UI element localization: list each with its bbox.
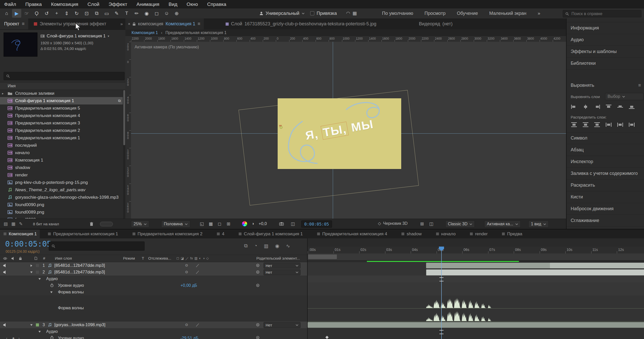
parent-dropdown[interactable]: Нет	[264, 263, 300, 269]
menu-item[interactable]: Слой	[87, 2, 99, 7]
workspace-tab[interactable]: Обучение	[457, 11, 478, 16]
timeline-graph-area[interactable]: :00s01s02s03s04s05s06s07s08s09s10s11s12s	[307, 238, 644, 339]
property-row[interactable]: Форма волны	[0, 289, 307, 296]
grid-options-icon[interactable]: ▦	[353, 10, 357, 16]
list-item[interactable]: ▸ Сплошные заливки	[0, 90, 123, 97]
eraser-tool[interactable]: ◻	[152, 9, 161, 18]
zoom-tool[interactable]: Ϙ	[32, 9, 41, 18]
audio-levels-label[interactable]: Уровни аудио	[58, 335, 84, 339]
menu-item[interactable]: Справка	[207, 2, 226, 7]
timeline-tab[interactable]: 4	[215, 229, 226, 238]
panel-header[interactable]: Заливка с учетом содержимого	[567, 168, 644, 179]
audio-levels-value[interactable]: +0,00 дБ	[180, 282, 197, 289]
list-item[interactable]: ▸ Предварительная композиция 1	[0, 134, 123, 142]
distribute-left-icon[interactable]	[605, 122, 612, 127]
twirl-open-icon[interactable]	[30, 324, 33, 326]
panel-header[interactable]: Абзац	[567, 144, 644, 156]
tab-footage[interactable]: Видеоряд (нет)	[419, 18, 452, 29]
column-number[interactable]: #	[43, 256, 45, 260]
lock-icon[interactable]	[19, 257, 22, 260]
project-search[interactable]	[4, 72, 125, 80]
property-row[interactable]: Уровни аудио +0,00 дБ	[0, 282, 307, 289]
layer-row[interactable]: 1 [85481d...12b477dde.mp3] ⊙ ／ Нет	[0, 262, 307, 269]
property-group-row[interactable]: Аудио	[0, 276, 307, 282]
property-track[interactable]	[308, 282, 644, 289]
audio-levels-value[interactable]: -29,51 дБ	[180, 335, 198, 339]
property-track[interactable]	[308, 276, 644, 282]
list-item[interactable]: ▸ последний	[0, 142, 123, 149]
pen-tool[interactable]: ✎	[112, 9, 121, 18]
camera-dropdown[interactable]: Активная ка...	[484, 220, 521, 228]
panel-header[interactable]: Аудио	[567, 34, 644, 46]
menu-item[interactable]: Композиция	[51, 2, 78, 7]
roi-icon[interactable]: ◱	[200, 221, 204, 227]
tab-project[interactable]: Проект ≡	[0, 18, 28, 29]
3d-icon[interactable]: ◇	[206, 256, 209, 261]
timeline-search[interactable]	[49, 241, 145, 251]
align-right-icon[interactable]	[594, 104, 600, 109]
draft-quality-icon[interactable]: ／	[196, 269, 199, 275]
quality-switch-icon[interactable]: ⊙	[185, 269, 188, 275]
panel-header[interactable]: Набросок движения	[567, 203, 644, 215]
property-track[interactable]	[308, 289, 644, 296]
draft-quality-icon[interactable]: ／	[196, 262, 199, 269]
twirl-open-icon[interactable]	[38, 331, 41, 333]
distribute-vertical-center-icon[interactable]	[582, 122, 589, 127]
dolly-camera-tool[interactable]: ⇕	[62, 9, 71, 18]
layer-track[interactable]	[308, 269, 644, 276]
menu-item[interactable]: Эффект	[109, 2, 127, 7]
home-tool[interactable]: ⌂	[2, 9, 11, 18]
renderer-dropdown[interactable]: Classic 3D	[445, 220, 475, 228]
list-item[interactable]: ▸ начало	[0, 149, 123, 156]
layer-name[interactable]: [goryas...loveka-1098.mp3]	[54, 322, 105, 328]
menu-item[interactable]: Окно	[187, 2, 198, 7]
panel-menu-icon[interactable]: ≡	[638, 80, 641, 91]
graph-editor-icon[interactable]: ∿	[286, 243, 290, 249]
workspace-tab[interactable]: Маленький экран	[489, 11, 526, 16]
motion-blur-icon[interactable]: ◉	[275, 243, 279, 249]
list-item[interactable]: ▸ render	[0, 171, 123, 179]
mode-dropdown[interactable]: Универсальный	[259, 10, 305, 17]
parent-dropdown[interactable]: Нет	[264, 322, 300, 328]
audio-on-icon[interactable]	[3, 270, 7, 274]
exposure-value[interactable]: +0,0	[259, 221, 267, 226]
pan-behind-tool[interactable]: ⧉	[92, 9, 101, 18]
label-color-chip[interactable]	[36, 271, 39, 274]
list-item[interactable]: ▸ News_Theme_2_logo_all_parts.wav	[0, 186, 123, 194]
brush-tool[interactable]: ✏	[132, 9, 141, 18]
comp-frame[interactable]: Я, ТЫ, МЫ	[278, 98, 401, 169]
align-center-vertical-icon[interactable]	[617, 104, 623, 109]
shy-icon[interactable]: ◻	[176, 256, 179, 261]
name-column-header[interactable]: Имя	[0, 82, 125, 90]
prev-keyframe-icon[interactable]: ‹	[6, 335, 7, 339]
audio-levels-label[interactable]: Уровни аудио	[58, 282, 84, 289]
tab-composition[interactable]: × композиция Композиция 1 ≡	[125, 18, 204, 29]
panel-header[interactable]: Информация	[567, 22, 644, 34]
timeline-tab[interactable]: Предва	[500, 229, 524, 238]
panel-header[interactable]: Сглаживание	[567, 215, 644, 227]
zoom-dropdown[interactable]: 25%	[131, 220, 149, 228]
layer-row[interactable]: 3 [goryas...loveka-1098.mp3] ⊙ ／ Нет	[0, 322, 307, 329]
close-icon[interactable]: ×	[128, 22, 130, 26]
breadcrumb-parent[interactable]: Предварительная композиция 1	[165, 30, 226, 35]
resolution-dropdown[interactable]: Половина	[161, 220, 190, 228]
color-depth-label[interactable]: 8 бит на канал	[33, 222, 59, 226]
audio-group-label[interactable]: Аудио	[46, 276, 58, 282]
panel-header-align[interactable]: Выровнять ≡	[567, 80, 644, 91]
column-t[interactable]: T	[142, 256, 144, 260]
hand-tool[interactable]: ☞	[22, 9, 31, 18]
list-item[interactable]: ▸ Предварительная композиция 2	[0, 127, 123, 134]
exposure-icon[interactable]: ◑	[251, 221, 254, 226]
twirl-icon[interactable]: ▸	[2, 92, 5, 95]
trash-icon[interactable]	[90, 222, 93, 226]
panel-header[interactable]: Эффекты и шаблоны	[567, 46, 644, 58]
thumbnail-view-icon[interactable]: ▦	[11, 221, 15, 227]
camera-tool[interactable]: ⊡	[82, 9, 91, 18]
panel-header[interactable]: Раскрасить	[567, 179, 644, 191]
list-item[interactable]: ▸ Предварительная композиция 5	[0, 104, 123, 112]
layer-duration-bar[interactable]	[426, 269, 644, 276]
panel-header[interactable]: Библиотеки	[567, 58, 644, 69]
pan-camera-tool[interactable]: +	[52, 9, 61, 18]
audio-group-label[interactable]: Аудио	[46, 328, 58, 335]
distribute-horizontal-center-icon[interactable]	[617, 122, 623, 127]
